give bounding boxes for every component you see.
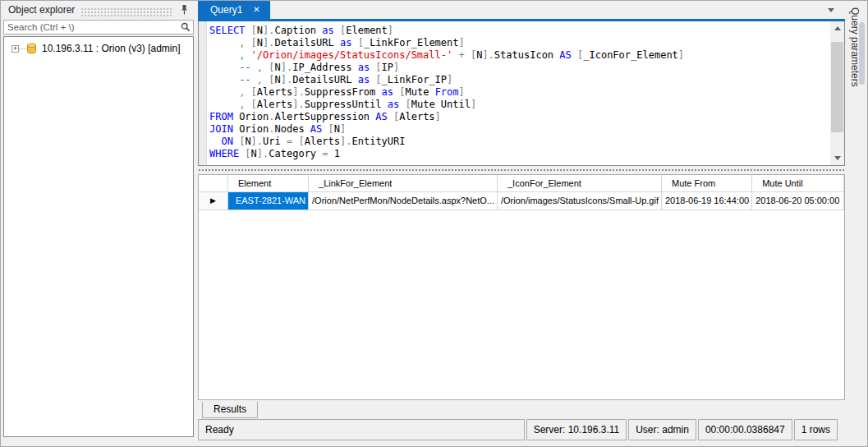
document-tab-bar: Query1 ✕ — [198, 1, 845, 19]
search-box — [3, 20, 194, 35]
results-table: Element_LinkFor_Element_IconFor_ElementM… — [199, 175, 844, 210]
tree-item-server[interactable]: + 10.196.3.11 : Orion (v3) [admin] — [11, 43, 193, 54]
status-ready: Ready — [198, 419, 525, 440]
tree-item-label: 10.196.3.11 : Orion (v3) [admin] — [42, 43, 181, 54]
status-server: Server: 10.196.3.11 — [526, 419, 627, 440]
tree-connector — [19, 48, 26, 49]
status-row-count: 1 rows — [794, 419, 838, 440]
expand-toggle[interactable]: + — [11, 45, 19, 53]
pin-button[interactable] — [177, 3, 191, 16]
table-row: ▶EAST-2821-WAN/Orion/NetPerfMon/NodeDeta… — [199, 191, 844, 210]
database-icon — [26, 43, 37, 54]
search-icon[interactable] — [178, 21, 193, 34]
grid-cell[interactable]: 2018-06-20 05:00:00 — [752, 191, 844, 210]
sql-editor[interactable]: SELECT [N].Caption as [Element] , [N].De… — [198, 21, 845, 166]
panel-grip-texture — [80, 7, 172, 16]
swql-studio-window: Object explorer + — [0, 0, 868, 447]
search-input[interactable] — [4, 21, 178, 33]
sql-code[interactable]: SELECT [N].Caption as [Element] , [N].De… — [209, 25, 828, 160]
object-explorer-title: Object explorer — [8, 4, 75, 16]
column-header[interactable]: _LinkFor_Element — [309, 175, 498, 191]
query-parameters-panel: Query parameters — [845, 1, 867, 446]
query-parameters-tab-indicator — [859, 22, 865, 85]
status-query-time: 00:00:00.0386847 — [698, 419, 792, 440]
status-user: User: admin — [628, 419, 696, 440]
grid-cell[interactable]: 2018-06-19 16:44:00 — [661, 191, 751, 210]
tab-query1-label: Query1 — [210, 4, 242, 16]
close-icon[interactable]: ✕ — [253, 6, 259, 14]
row-header[interactable]: ▶ — [199, 191, 227, 210]
scroll-down-icon[interactable] — [830, 151, 844, 165]
object-explorer-panel: Object explorer + — [2, 1, 195, 446]
column-header[interactable]: Mute Until — [752, 175, 844, 191]
grid-cell-selected[interactable]: EAST-2821-WAN — [227, 191, 308, 210]
scrollbar-thumb[interactable] — [831, 42, 843, 132]
editor-margin — [199, 21, 207, 165]
object-explorer-tree: + 10.196.3.11 : Orion (v3) [admin] — [3, 36, 194, 437]
tab-list-dropdown-icon[interactable] — [828, 8, 834, 12]
results-tab-bar: Results — [198, 401, 845, 417]
column-header[interactable]: _IconFor_Element — [498, 175, 662, 191]
column-header[interactable]: Element — [227, 175, 308, 191]
tab-results[interactable]: Results — [202, 402, 258, 418]
grid-corner-header[interactable] — [199, 175, 227, 191]
object-explorer-header: Object explorer — [2, 1, 195, 19]
splitter[interactable] — [198, 166, 845, 174]
tab-query1[interactable]: Query1 ✕ — [198, 1, 270, 19]
column-header[interactable]: Mute From — [661, 175, 751, 191]
grid-cell[interactable]: /Orion/images/StatusIcons/Small-Up.gif — [498, 191, 662, 210]
grid-cell[interactable]: /Orion/NetPerfMon/NodeDetails.aspx?NetO.… — [309, 191, 498, 210]
results-grid: Element_LinkFor_Element_IconFor_ElementM… — [198, 174, 845, 400]
status-bar: Ready Server: 10.196.3.11 User: admin 00… — [198, 419, 845, 440]
scroll-up-icon[interactable] — [830, 21, 844, 35]
document-area: Query1 ✕ SELECT [N].Caption as [Element]… — [198, 1, 845, 446]
editor-scrollbar[interactable] — [830, 21, 844, 165]
pin-icon — [180, 4, 189, 16]
